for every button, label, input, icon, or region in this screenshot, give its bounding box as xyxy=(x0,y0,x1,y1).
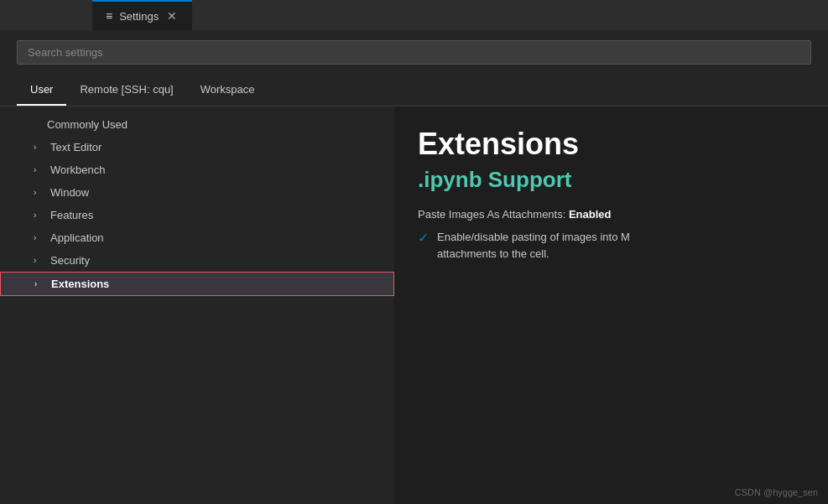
tab-label: Settings xyxy=(119,10,159,23)
watermark: CSDN @hygge_sen xyxy=(735,487,818,497)
settings-right-panel: Extensions .ipynb Support Paste Images A… xyxy=(394,107,828,504)
nav-item-commonly-used[interactable]: Commonly Used xyxy=(0,113,394,136)
settings-area: User Remote [SSH: cqu] Workspace Commonl… xyxy=(0,30,828,504)
settings-panel: User Remote [SSH: cqu] Workspace Commonl… xyxy=(0,30,828,504)
search-input[interactable] xyxy=(17,40,811,65)
chevron-right-icon: › xyxy=(34,210,45,220)
nav-item-text-editor[interactable]: › Text Editor xyxy=(0,136,394,158)
checkbox-icon: ✓ xyxy=(418,230,429,246)
checkbox-label: Enable/disable pasting of images into M … xyxy=(437,229,630,262)
settings-tabs: User Remote [SSH: cqu] Workspace xyxy=(0,75,828,107)
settings-tab-item[interactable]: ≡ Settings ✕ xyxy=(92,0,192,30)
chevron-right-icon: › xyxy=(34,165,45,174)
nav-item-window[interactable]: › Window xyxy=(0,181,394,204)
extension-title: Extensions xyxy=(418,127,805,162)
settings-nav: Commonly Used › Text Editor › Workbench … xyxy=(0,107,394,504)
tab-user[interactable]: User xyxy=(17,75,66,106)
settings-menu-icon: ≡ xyxy=(106,9,112,23)
chevron-right-icon: › xyxy=(34,188,45,197)
tab-workspace[interactable]: Workspace xyxy=(187,75,268,106)
setting-paste-images: Paste Images As Attachments: Enabled xyxy=(418,208,805,221)
settings-content: Commonly Used › Text Editor › Workbench … xyxy=(0,107,828,504)
checkbox-enable-paste[interactable]: ✓ Enable/disable pasting of images into … xyxy=(418,229,805,262)
nav-item-security[interactable]: › Security xyxy=(0,249,394,272)
search-bar-container xyxy=(0,30,828,75)
tab-remote[interactable]: Remote [SSH: cqu] xyxy=(66,75,186,106)
chevron-right-icon: › xyxy=(34,256,45,265)
chevron-right-icon: › xyxy=(34,143,45,152)
extension-subtitle: .ipynb Support xyxy=(418,167,805,193)
nav-item-features[interactable]: › Features xyxy=(0,204,394,226)
nav-item-extensions[interactable]: › Extensions xyxy=(0,272,394,296)
chevron-right-icon: › xyxy=(34,279,46,288)
nav-item-workbench[interactable]: › Workbench xyxy=(0,158,394,181)
tab-bar: ≡ Settings ✕ xyxy=(0,0,828,30)
nav-item-application[interactable]: › Application xyxy=(0,226,394,249)
tab-close-button[interactable]: ✕ xyxy=(165,8,179,24)
chevron-right-icon: › xyxy=(34,233,45,242)
